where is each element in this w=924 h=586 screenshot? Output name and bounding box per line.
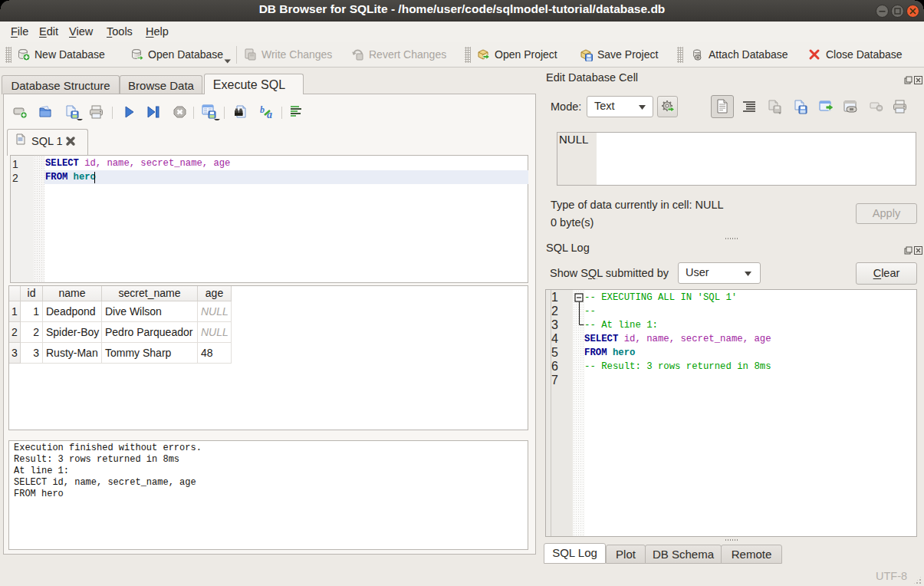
svg-text:b: b xyxy=(260,105,265,115)
